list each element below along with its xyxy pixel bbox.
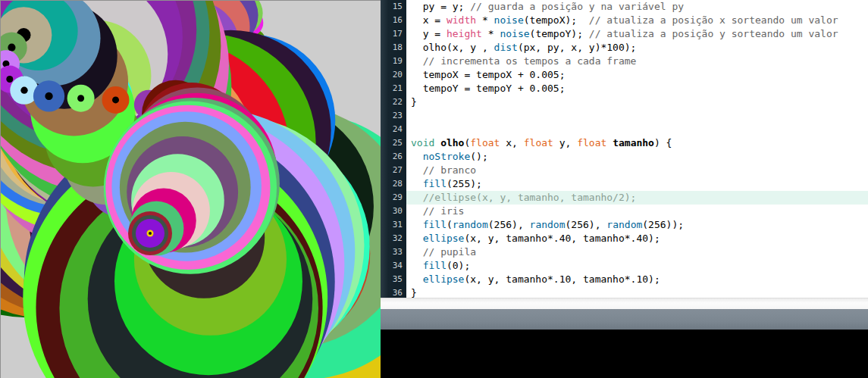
line-number: 35 <box>381 273 406 286</box>
line-number: 25 <box>381 136 406 150</box>
code-text: } <box>406 95 868 109</box>
line-number: 33 <box>381 245 406 259</box>
line-number: 17 <box>381 27 406 41</box>
code-line[interactable]: 17 y = height * noise(tempoY); // atuali… <box>381 27 868 41</box>
line-number: 24 <box>381 123 406 136</box>
code-line[interactable]: 35 ellipse(x, y, tamanho*.10, tamanho*.1… <box>381 273 868 286</box>
code-line[interactable]: 15 py = y; // guarda a posição y na vari… <box>381 0 868 14</box>
code-area[interactable]: 15 py = y; // guarda a posição y na vari… <box>381 0 868 298</box>
line-number: 19 <box>381 55 406 68</box>
code-line[interactable]: 19 // incrementa os tempos a cada frame <box>381 55 868 68</box>
code-line[interactable]: 33 // pupila <box>381 245 868 259</box>
code-text: // incrementa os tempos a cada frame <box>406 55 868 68</box>
line-number: 20 <box>381 68 406 82</box>
code-text: noStroke(); <box>406 150 868 164</box>
line-number: 18 <box>381 41 406 55</box>
code-line[interactable]: 30 // iris <box>381 205 868 218</box>
message-bar <box>381 309 868 330</box>
code-text: tempoX = tempoX + 0.005; <box>406 68 868 82</box>
line-number: 21 <box>381 82 406 95</box>
code-text: // pupila <box>406 245 868 259</box>
code-text: ellipse(x, y, tamanho*.10, tamanho*.10); <box>406 273 868 286</box>
code-line[interactable]: 28 fill(255); <box>381 177 868 191</box>
code-line[interactable]: 24 <box>381 123 868 136</box>
code-line[interactable]: 26 noStroke(); <box>381 150 868 164</box>
code-text <box>406 123 868 136</box>
sketch-canvas <box>0 0 381 378</box>
editor-pane: 15 py = y; // guarda a posição y na vari… <box>381 0 868 378</box>
code-line[interactable]: 23 <box>381 109 868 123</box>
line-number: 30 <box>381 205 406 218</box>
line-number: 28 <box>381 177 406 191</box>
code-text: fill(0); <box>406 259 868 273</box>
code-text: x = width * noise(tempoX); // atualiza a… <box>406 14 868 27</box>
code-line[interactable]: 29 //ellipse(x, y, tamanho, tamanho/2); <box>381 191 868 205</box>
code-text: fill(255); <box>406 177 868 191</box>
line-number: 16 <box>381 14 406 27</box>
code-text: ellipse(x, y, tamanho*.40, tamanho*.40); <box>406 232 868 245</box>
code-text: tempoY = tempoY + 0.005; <box>406 82 868 95</box>
code-line[interactable]: 16 x = width * noise(tempoX); // atualiz… <box>381 14 868 27</box>
line-number: 36 <box>381 286 406 298</box>
code-line[interactable]: 32 ellipse(x, y, tamanho*.40, tamanho*.4… <box>381 232 868 245</box>
code-line[interactable]: 31 fill(random(256), random(256), random… <box>381 218 868 232</box>
line-number: 27 <box>381 164 406 177</box>
code-text: y = height * noise(tempoY); // atualiza … <box>406 27 868 41</box>
line-number: 22 <box>381 95 406 109</box>
code-line[interactable]: 21 tempoY = tempoY + 0.005; <box>381 82 868 95</box>
code-text: fill(random(256), random(256), random(25… <box>406 218 868 232</box>
code-line[interactable]: 18 olho(x, y , dist(px, py, x, y)*100); <box>381 41 868 55</box>
code-line[interactable]: 36} <box>381 286 868 298</box>
line-number: 29 <box>381 191 406 205</box>
line-number: 32 <box>381 232 406 245</box>
code-text: } <box>406 286 868 298</box>
code-text: py = y; // guarda a posição y na variáve… <box>406 0 868 14</box>
sketch-window <box>0 0 381 378</box>
code-line[interactable]: 27 // branco <box>381 164 868 177</box>
line-number: 34 <box>381 259 406 273</box>
code-line[interactable]: 34 fill(0); <box>381 259 868 273</box>
code-text: // branco <box>406 164 868 177</box>
editor-scrollbar-track[interactable] <box>381 298 868 309</box>
line-number: 31 <box>381 218 406 232</box>
code-line[interactable]: 20 tempoX = tempoX + 0.005; <box>381 68 868 82</box>
code-text: //ellipse(x, y, tamanho, tamanho/2); <box>406 191 868 205</box>
line-number: 26 <box>381 150 406 164</box>
code-text: void olho(float x, float y, float tamanh… <box>406 136 868 150</box>
code-text: olho(x, y , dist(px, py, x, y)*100); <box>406 41 868 55</box>
code-line[interactable]: 25void olho(float x, float y, float tama… <box>381 136 868 150</box>
processing-ide-window: 15 py = y; // guarda a posição y na vari… <box>0 0 868 378</box>
console-output <box>381 330 868 378</box>
line-number: 15 <box>381 0 406 14</box>
code-line[interactable]: 22} <box>381 95 868 109</box>
line-number: 23 <box>381 109 406 123</box>
code-text: // iris <box>406 205 868 218</box>
code-text <box>406 109 868 123</box>
